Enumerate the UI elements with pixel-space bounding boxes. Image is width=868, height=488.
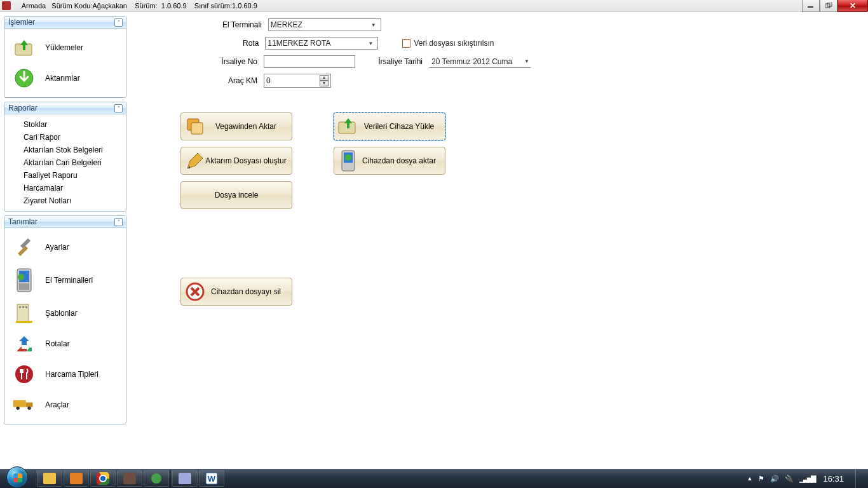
chevron-down-icon: ▼	[524, 58, 531, 64]
delete-icon	[184, 280, 207, 303]
pda-sync-icon	[337, 149, 360, 172]
word-icon: W	[205, 472, 218, 485]
rota-combo[interactable]: 11MERKEZ ROTA ▼	[265, 37, 378, 50]
taskbar-item-app1[interactable]	[117, 470, 142, 487]
clock[interactable]: 16:31	[820, 474, 846, 484]
app-window: İşlemler ˄ Yüklemeler Aktarımlar	[0, 12, 868, 469]
power-icon[interactable]: 🔌	[785, 475, 794, 483]
irsaliye-no-input[interactable]	[264, 55, 355, 68]
cihazdan-dosya-aktar-button[interactable]: Cihazdan dosya aktar	[334, 147, 445, 175]
sidebar-item-ayarlar[interactable]: Ayarlar	[7, 232, 123, 262]
chevron-down-icon: ▼	[320, 81, 329, 86]
svg-rect-7	[19, 283, 29, 290]
panel-islemler: İşlemler ˄ Yüklemeler Aktarımlar	[4, 16, 126, 98]
svg-point-24	[345, 154, 351, 161]
collapse-icon[interactable]: ˄	[114, 104, 123, 112]
svg-rect-0	[808, 6, 813, 8]
report-link-stoklar[interactable]: Stoklar	[7, 118, 123, 131]
svg-text:W: W	[208, 474, 216, 484]
report-link-ziyaret[interactable]: Ziyaret Notları	[7, 194, 123, 207]
taskbar-item-media[interactable]	[64, 470, 89, 487]
sidebar: İşlemler ˄ Yüklemeler Aktarımlar	[0, 12, 130, 469]
report-link-aktarilan-stok[interactable]: Aktarılan Stok Belgeleri	[7, 144, 123, 156]
panel-title: Tanımlar	[8, 217, 37, 226]
titlebar: Armada Sürüm Kodu:Ağaçkakan Sürüm: 1.0.6…	[0, 0, 868, 12]
minimize-button[interactable]	[802, 0, 820, 12]
terminal-label: El Terminali	[222, 20, 268, 29]
svg-rect-10	[19, 306, 21, 308]
terminal-combo[interactable]: MERKEZ ▼	[268, 18, 381, 31]
verileri-cihaza-yukle-button[interactable]: Verileri Cihaza Yükle	[334, 112, 445, 140]
sidebar-item-label: Araçlar	[45, 400, 69, 409]
panel-header-tanimlar[interactable]: Tanımlar ˄	[4, 216, 126, 228]
taskbar-item-app2[interactable]	[144, 470, 169, 487]
dining-icon	[13, 363, 35, 385]
pda-icon	[179, 473, 191, 484]
sidebar-item-yuklemeler[interactable]: Yüklemeler	[7, 32, 123, 63]
report-link-faaliyet[interactable]: Faaliyet Raporu	[7, 169, 123, 182]
taskbar-item-chrome[interactable]	[90, 470, 116, 487]
tray-chevron-icon[interactable]: ▲	[747, 475, 753, 482]
recycle-icon	[13, 333, 35, 355]
taskbar-item-armada[interactable]	[172, 470, 198, 487]
sidebar-item-el-terminalleri[interactable]: El Terminalleri	[7, 262, 123, 298]
building-icon	[13, 302, 35, 324]
taskbar: W ▲ ⚑ 🔊 🔌 ▁▃▅▇ 16:31	[0, 469, 868, 488]
svg-rect-11	[22, 306, 24, 308]
svg-rect-16	[26, 402, 33, 407]
truck-icon	[13, 394, 35, 416]
chrome-icon	[97, 472, 109, 485]
taskbar-item-explorer[interactable]	[37, 470, 62, 487]
windows-logo-icon	[6, 466, 28, 488]
system-tray: ▲ ⚑ 🔊 🔌 ▁▃▅▇ 16:31	[741, 469, 868, 488]
sidebar-item-rotalar[interactable]: Rotalar	[7, 329, 123, 359]
copy-icon	[184, 115, 207, 138]
dosya-incele-button[interactable]: Dosya incele	[180, 181, 292, 209]
chevron-down-icon: ▼	[369, 22, 379, 28]
irsaliye-tarihi-picker[interactable]: 20 Temmuz 2012 Cuma ▼	[429, 56, 531, 68]
upload-device-icon	[337, 115, 360, 138]
box-arrow-icon	[13, 37, 35, 58]
show-desktop-button[interactable]	[855, 469, 862, 488]
rota-value: 11MERKEZ ROTA	[268, 39, 330, 48]
taskbar-item-word[interactable]: W	[199, 470, 224, 487]
arac-km-input[interactable]: 0 ▲ ▼	[264, 74, 331, 88]
rota-label: Rota	[222, 39, 265, 48]
start-button[interactable]	[0, 469, 34, 488]
panel-title: İşlemler	[8, 18, 35, 27]
panel-header-raporlar[interactable]: Raporlar ˄	[4, 102, 126, 114]
wifi-icon[interactable]: ▁▃▅▇	[799, 475, 815, 483]
flag-icon[interactable]: ⚑	[758, 475, 764, 483]
spinner-buttons[interactable]: ▲ ▼	[320, 75, 329, 86]
vegawinden-aktar-button[interactable]: Vegawinden Aktar	[180, 112, 292, 140]
checkbox-icon	[402, 39, 410, 48]
pencil-icon	[184, 149, 207, 172]
collapse-icon[interactable]: ˄	[114, 18, 123, 27]
irsaliye-tarihi-label: İrsaliye Tarihi	[378, 57, 429, 66]
report-link-aktarilan-cari[interactable]: Aktarılan Cari Belgeleri	[7, 156, 123, 169]
cihazdan-dosyayi-sil-button[interactable]: Cihazdan dosyayı sil	[180, 278, 292, 306]
panel-header-islemler[interactable]: İşlemler ˄	[4, 17, 126, 29]
main-form: El Terminali MERKEZ ▼ Rota 11MERKEZ ROTA…	[130, 12, 868, 469]
compress-checkbox[interactable]: Veri dosyası sıkıştırılsın	[402, 39, 494, 48]
sidebar-item-label: Ayarlar	[45, 243, 69, 252]
report-link-cari-rapor[interactable]: Cari Rapor	[7, 131, 123, 144]
arac-km-value: 0	[266, 76, 271, 85]
sidebar-item-aktarimlar[interactable]: Aktarımlar	[7, 63, 123, 93]
app-icon	[123, 473, 136, 484]
svg-rect-15	[13, 400, 26, 407]
close-button[interactable]: ✕	[837, 0, 868, 12]
report-link-harcamalar[interactable]: Harcamalar	[7, 182, 123, 194]
sidebar-item-sablonlar[interactable]: Şablonlar	[7, 298, 123, 329]
collapse-icon[interactable]: ˄	[114, 218, 123, 226]
sidebar-item-harcama-tipleri[interactable]: Harcama Tipleri	[7, 359, 123, 390]
sidebar-item-label: Harcama Tipleri	[45, 370, 98, 379]
folder-icon	[43, 473, 56, 484]
maximize-button[interactable]	[820, 0, 837, 12]
panel-tanimlar: Tanımlar ˄ Ayarlar El Terminalleri	[4, 215, 126, 424]
sidebar-item-araclar[interactable]: Araçlar	[7, 390, 123, 420]
volume-icon[interactable]: 🔊	[770, 475, 779, 483]
terminal-value: MERKEZ	[271, 20, 302, 29]
svg-point-8	[18, 274, 24, 280]
aktarim-dosyasi-olustur-button[interactable]: Aktarım Dosyası oluştur	[180, 147, 292, 175]
